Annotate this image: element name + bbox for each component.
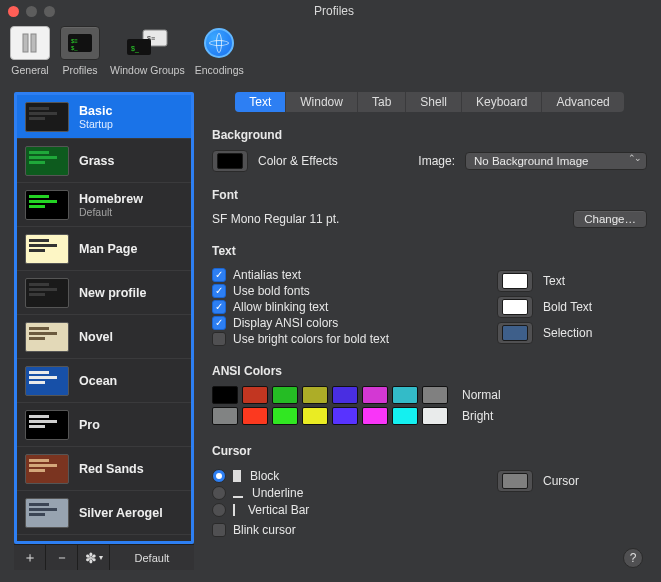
profile-row[interactable]: Grass: [17, 139, 191, 183]
profile-actions-menu[interactable]: ✽ ▾: [78, 545, 110, 570]
svg-rect-1: [31, 34, 36, 52]
text-color-well[interactable]: [497, 270, 533, 292]
profile-row[interactable]: Red Sands: [17, 447, 191, 491]
svg-rect-16: [29, 200, 57, 203]
profile-row[interactable]: Novel: [17, 315, 191, 359]
profile-thumbnail: [25, 454, 69, 484]
profile-row[interactable]: Man Page: [17, 227, 191, 271]
svg-rect-9: [29, 107, 49, 110]
svg-rect-24: [29, 327, 49, 330]
ansi-color-well[interactable]: [272, 407, 298, 425]
tab-shell[interactable]: Shell: [406, 92, 462, 112]
ansi-color-well[interactable]: [272, 386, 298, 404]
svg-rect-28: [29, 376, 57, 379]
profile-row[interactable]: HomebrewDefault: [17, 183, 191, 227]
svg-rect-37: [29, 508, 57, 511]
ansi-color-well[interactable]: [242, 386, 268, 404]
svg-rect-11: [29, 117, 45, 120]
svg-rect-32: [29, 425, 45, 428]
profile-subtitle: Startup: [79, 118, 113, 130]
ansi-bright-row: Bright: [212, 407, 647, 425]
ansi-color-well[interactable]: [392, 407, 418, 425]
profile-thumbnail: [25, 278, 69, 308]
toolbar-item-window-groups[interactable]: $≡$_ Window Groups: [110, 26, 185, 76]
svg-rect-20: [29, 249, 45, 252]
svg-rect-25: [29, 332, 57, 335]
ansi-colors-checkbox[interactable]: Display ANSI colors: [212, 316, 471, 330]
general-icon: [10, 26, 50, 60]
help-button[interactable]: ?: [623, 548, 643, 568]
ansi-color-well[interactable]: [362, 407, 388, 425]
profile-row[interactable]: Silver Aerogel: [17, 491, 191, 535]
image-label: Image:: [418, 154, 455, 168]
tab-advanced[interactable]: Advanced: [542, 92, 623, 112]
profile-list[interactable]: BasicStartupGrassHomebrewDefaultMan Page…: [14, 92, 194, 544]
selection-color-well[interactable]: [497, 322, 533, 344]
ansi-color-well[interactable]: [392, 386, 418, 404]
svg-rect-19: [29, 244, 57, 247]
profile-thumbnail: [25, 322, 69, 352]
tab-window[interactable]: Window: [286, 92, 358, 112]
bold-fonts-checkbox[interactable]: Use bold fonts: [212, 284, 471, 298]
tab-keyboard[interactable]: Keyboard: [462, 92, 542, 112]
svg-text:$≡: $≡: [71, 38, 78, 44]
svg-rect-0: [23, 34, 28, 52]
chevron-down-icon: ▾: [99, 553, 103, 562]
tab-tab[interactable]: Tab: [358, 92, 406, 112]
bright-bold-checkbox[interactable]: Use bright colors for bold text: [212, 332, 471, 346]
cursor-vertical-radio[interactable]: Vertical Bar: [212, 503, 471, 517]
ansi-color-well[interactable]: [332, 386, 358, 404]
blinking-checkbox[interactable]: Allow blinking text: [212, 300, 471, 314]
toolbar-item-general[interactable]: General: [10, 26, 50, 76]
profile-subtitle: Default: [79, 206, 143, 218]
svg-rect-35: [29, 469, 45, 472]
ansi-color-well[interactable]: [302, 386, 328, 404]
profile-name: Man Page: [79, 242, 137, 256]
svg-rect-36: [29, 503, 49, 506]
profile-row[interactable]: BasicStartup: [17, 95, 191, 139]
ansi-color-well[interactable]: [332, 407, 358, 425]
profile-row[interactable]: Ocean: [17, 359, 191, 403]
profile-row[interactable]: New profile: [17, 271, 191, 315]
antialias-checkbox[interactable]: Antialias text: [212, 268, 471, 282]
font-value: SF Mono Regular 11 pt.: [212, 212, 339, 226]
ansi-color-well[interactable]: [212, 386, 238, 404]
remove-profile-button[interactable]: －: [46, 545, 78, 570]
cursor-color-well[interactable]: [497, 470, 533, 492]
svg-rect-38: [29, 513, 45, 516]
profile-row[interactable]: Pro: [17, 403, 191, 447]
ansi-color-well[interactable]: [242, 407, 268, 425]
ansi-row-label: Normal: [462, 388, 501, 402]
bold-text-color-well[interactable]: [497, 296, 533, 318]
cursor-underline-radio[interactable]: Underline: [212, 486, 471, 500]
globe-icon: [204, 28, 234, 58]
ansi-color-well[interactable]: [362, 386, 388, 404]
profiles-sidebar: BasicStartupGrassHomebrewDefaultMan Page…: [14, 92, 194, 570]
background-color-well[interactable]: [212, 150, 248, 172]
change-font-button[interactable]: Change…: [573, 210, 647, 228]
blink-cursor-checkbox[interactable]: Blink cursor: [212, 523, 471, 537]
add-profile-button[interactable]: ＋: [14, 545, 46, 570]
section-heading: Cursor: [212, 444, 647, 458]
settings-tabs: Text Window Tab Shell Keyboard Advanced: [235, 92, 624, 112]
svg-rect-10: [29, 112, 57, 115]
toolbar-item-label: General: [11, 64, 48, 76]
preferences-toolbar: General $≡$_ Profiles $≡$_ Window Groups…: [0, 22, 661, 82]
block-cursor-icon: [233, 470, 241, 482]
default-profile-button[interactable]: Default: [110, 545, 194, 570]
ansi-color-well[interactable]: [212, 407, 238, 425]
background-image-select[interactable]: No Background Image: [465, 152, 647, 170]
ansi-color-well[interactable]: [302, 407, 328, 425]
profile-thumbnail: [25, 234, 69, 264]
cursor-block-radio[interactable]: Block: [212, 469, 471, 483]
toolbar-item-profiles[interactable]: $≡$_ Profiles: [60, 26, 100, 76]
ansi-color-well[interactable]: [422, 407, 448, 425]
toolbar-item-encodings[interactable]: Encodings: [195, 26, 244, 76]
profile-name: Ocean: [79, 374, 117, 388]
tab-text[interactable]: Text: [235, 92, 286, 112]
profile-thumbnail: [25, 366, 69, 396]
profile-thumbnail: [25, 410, 69, 440]
profile-name: Pro: [79, 418, 100, 432]
titlebar: Profiles: [0, 0, 661, 22]
ansi-color-well[interactable]: [422, 386, 448, 404]
